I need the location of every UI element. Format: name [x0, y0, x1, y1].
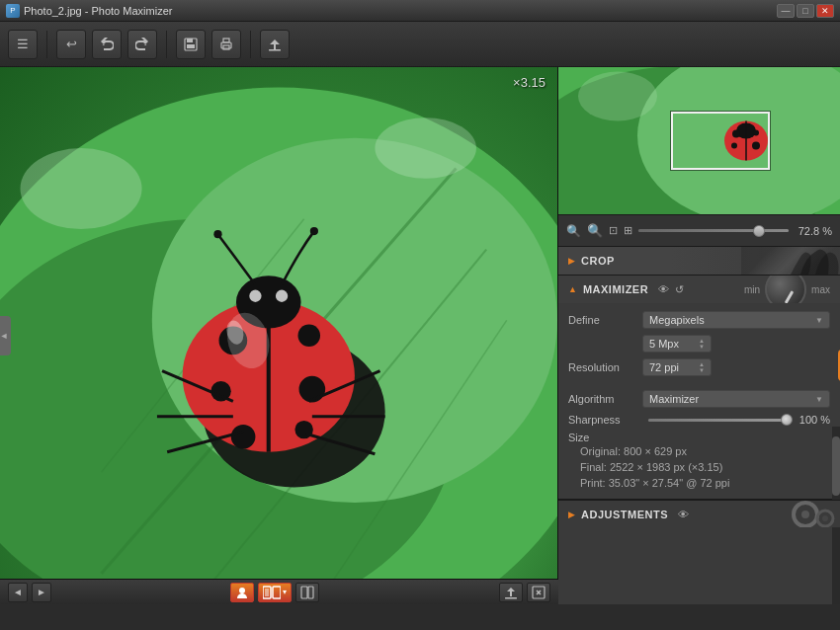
resolution-value: 72 ppi [649, 361, 679, 373]
bottom-toolbar: ◄ ► ▾ [0, 579, 558, 604]
actual-size-icon[interactable]: ⊞ [624, 224, 632, 237]
crop-arrow-icon: ▶ [568, 256, 575, 266]
define-row: Define Megapixels ▼ [568, 311, 830, 329]
toolbar-divider-2 [166, 31, 167, 58]
define-dropdown-arrow: ▼ [815, 316, 823, 325]
menu-button[interactable]: ☰ [8, 30, 38, 59]
maximizer-header[interactable]: ▲ MAXIMIZER 👁 ↺ min max [558, 276, 840, 303]
face-button[interactable] [230, 583, 254, 602]
zoom-slider[interactable] [638, 229, 789, 232]
toolbar-divider-1 [46, 31, 47, 58]
canvas-area: ×3.15 [0, 67, 558, 579]
zoom-out-icon[interactable]: 🔍 [566, 224, 581, 238]
sharpness-label: Sharpness [568, 414, 642, 426]
resolution-label: Resolution [568, 361, 642, 373]
window-controls: — □ ✕ [777, 4, 834, 18]
svg-point-15 [375, 118, 476, 179]
sharpness-thumb [781, 414, 793, 426]
panels-container: ▶ ▶ CROP [558, 247, 840, 527]
close-file-button[interactable] [527, 583, 550, 602]
nav-prev-button[interactable]: ◄ [8, 583, 28, 602]
split-button[interactable] [295, 583, 319, 602]
svg-rect-4 [223, 39, 229, 42]
title-bar-left: P Photo_2.jpg - Photo Maximizer [6, 4, 172, 18]
algorithm-row: Algorithm Maximizer ▼ [568, 390, 830, 408]
app-icon: P [6, 4, 20, 18]
define-value: Megapixels [649, 314, 705, 326]
mpx-value: 5 Mpx [649, 338, 679, 350]
size-section: Size Original: 800 × 629 px Final: 2522 … [568, 432, 830, 491]
resolution-row: Resolution 72 ppi ▲ ▼ [568, 358, 830, 376]
crop-section: ▶ CROP [558, 247, 840, 276]
save-button[interactable] [176, 30, 206, 59]
fit-icon[interactable]: ⊡ [609, 224, 618, 237]
upload-button[interactable] [499, 583, 523, 602]
compare-button[interactable]: ▾ [258, 583, 292, 602]
algorithm-value: Maximizer [649, 393, 699, 405]
adjustments-arrow-icon: ▶ [568, 510, 575, 519]
thumbnail-selection [671, 112, 770, 171]
svg-point-14 [21, 148, 142, 229]
crop-title: CROP [581, 255, 615, 267]
right-panel: 🔍 🔍 ⊡ ⊞ 72.8 % ▶ ▶ CROP [558, 67, 840, 604]
maximizer-arrow-icon: ▲ [568, 284, 577, 294]
svg-point-20 [297, 324, 320, 347]
svg-rect-41 [265, 589, 269, 596]
original-size: Original: 800 × 629 px [568, 443, 830, 459]
canvas-wrapper: ◄ [0, 67, 558, 604]
svg-point-38 [239, 588, 245, 593]
knob-min-label: min [744, 284, 760, 295]
export-button[interactable] [260, 30, 290, 59]
svg-rect-6 [269, 49, 281, 51]
eye-icon[interactable]: 👁 [658, 283, 669, 296]
svg-point-27 [276, 290, 288, 302]
define-label: Define [568, 314, 642, 326]
print-size: Print: 35.03" × 27.54" @ 72 ppi [568, 475, 830, 491]
adjustments-bg [721, 501, 840, 527]
resolution-spinner[interactable]: 72 ppi ▲ ▼ [642, 358, 712, 376]
crop-silhouette [741, 247, 840, 275]
zoom-percentage: 72.8 % [795, 225, 832, 237]
main-area: ◄ [0, 67, 840, 604]
zoom-in-icon[interactable]: 🔍 [587, 223, 603, 238]
minimize-button[interactable]: — [777, 4, 795, 18]
resolution-spinner-arrows: ▲ ▼ [699, 361, 705, 373]
thumbnail-area [558, 67, 840, 215]
svg-point-26 [249, 290, 261, 302]
final-size: Final: 2522 × 1983 px (×3.15) [568, 459, 830, 475]
knob-indicator [785, 290, 795, 303]
define-dropdown[interactable]: Megapixels ▼ [642, 311, 830, 329]
scroll-thumb [832, 436, 840, 496]
algorithm-label: Algorithm [568, 393, 642, 405]
sharpness-slider[interactable] [648, 419, 787, 422]
mpx-row: 5 Mpx ▲ ▼ [568, 335, 830, 353]
maximizer-icons: 👁 ↺ [658, 283, 684, 296]
undo-button[interactable]: ↩ [56, 30, 86, 59]
undo2-button[interactable] [92, 30, 122, 59]
close-button[interactable]: ✕ [816, 4, 834, 18]
maximizer-section: ▲ MAXIMIZER 👁 ↺ min max [558, 276, 840, 500]
thumbnail-image [558, 67, 840, 214]
nav-next-button[interactable]: ► [32, 583, 51, 602]
print-button[interactable] [211, 30, 241, 59]
mpx-spinner[interactable]: 5 Mpx ▲ ▼ [642, 335, 712, 353]
main-toolbar: ☰ ↩ [0, 22, 840, 67]
adjustments-eye-icon[interactable]: 👁 [678, 509, 689, 520]
maximizer-knob[interactable] [765, 276, 806, 303]
svg-rect-1 [187, 39, 193, 42]
svg-point-36 [213, 230, 221, 238]
mpx-spinner-arrows: ▲ ▼ [699, 338, 705, 350]
svg-rect-2 [187, 44, 195, 48]
svg-rect-5 [223, 45, 229, 49]
reset-icon[interactable]: ↺ [675, 283, 684, 296]
svg-point-61 [822, 515, 828, 521]
adjustments-header[interactable]: ▶ ADJUSTMENTS 👁 [558, 500, 840, 527]
sharpness-row: Sharpness 100 % [568, 414, 830, 426]
maximize-button[interactable]: □ [797, 4, 814, 18]
algorithm-dropdown[interactable]: Maximizer ▼ [642, 390, 830, 408]
redo-button[interactable] [127, 30, 157, 59]
crop-header[interactable]: ▶ CROP [558, 247, 840, 275]
left-panel-tab[interactable]: ◄ [0, 316, 11, 355]
app-title: Photo_2.jpg - Photo Maximizer [24, 5, 172, 17]
svg-point-59 [801, 511, 809, 518]
